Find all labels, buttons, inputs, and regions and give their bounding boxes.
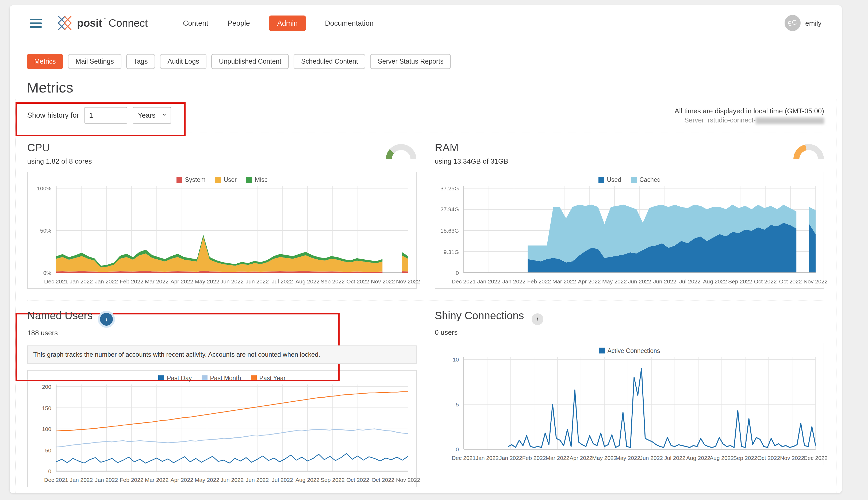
x-tick-label: Jul 2022 <box>664 454 685 461</box>
x-tick-label: May 2022 <box>195 278 219 284</box>
named-users-legend: Past DayPast MonthPast Year <box>31 375 413 381</box>
ram-subtitle: using 13.34GB of 31GB <box>435 157 509 165</box>
brand-text: posit™ Connect <box>77 17 148 29</box>
history-unit-wrap: Years ⌄ <box>133 107 171 124</box>
x-tick-label: Jun 2022 <box>221 278 243 284</box>
named-users-tooltip: This graph tracks the number of accounts… <box>27 345 416 364</box>
legend-item: Active Connections <box>599 347 660 354</box>
page-title: Metrics <box>27 80 825 96</box>
x-tick-label: Aug 2022 <box>703 278 727 284</box>
x-tick-label: Jun 2022 <box>221 476 243 483</box>
hamburger-menu-icon[interactable] <box>30 16 42 30</box>
x-tick-label: May 2022 <box>592 454 617 461</box>
y-tick-label: 200 <box>42 384 52 390</box>
info-icon[interactable]: i <box>532 313 544 325</box>
x-tick-label: May 2022 <box>195 476 219 483</box>
x-tick-label: Dec 2021 <box>44 476 68 483</box>
posit-lattice-icon <box>57 14 73 32</box>
nav-item-admin[interactable]: Admin <box>269 15 306 31</box>
ram-chart: UsedCached 09.31G18.63G27.94G37.25G Dec … <box>435 172 824 289</box>
tab-metrics[interactable]: Metrics <box>27 54 64 69</box>
x-tick-label: Oct 2022 <box>346 476 369 483</box>
legend-swatch-icon <box>215 177 221 183</box>
legend-swatch-icon <box>158 375 164 381</box>
posit-connect-logo[interactable]: posit™ Connect <box>57 14 148 32</box>
y-tick-label: 50% <box>40 227 52 234</box>
tab-tags[interactable]: Tags <box>126 54 155 69</box>
server-line: Server: rstudio-connect- <box>675 116 824 124</box>
user-menu[interactable]: EC emily <box>784 15 821 31</box>
x-tick-label: Nov 2022 <box>396 476 420 483</box>
y-tick-label: 0 <box>456 270 459 276</box>
x-tick-label: Apr 2022 <box>170 278 193 284</box>
x-tick-label: Jun 2022 <box>640 454 663 461</box>
tab-unpublished-content[interactable]: Unpublished Content <box>212 54 289 69</box>
legend-item: System <box>176 177 206 183</box>
named-users-panel: Named Usersi 188 users This graph tracks… <box>27 310 416 493</box>
history-controls: Show history for Years ⌄ <box>27 107 171 124</box>
history-unit-select[interactable]: Years <box>133 107 171 124</box>
x-tick-label: Sep 2022 <box>728 278 752 284</box>
tab-scheduled-content[interactable]: Scheduled Content <box>294 54 366 69</box>
nav-item-documentation[interactable]: Documentation <box>325 19 374 27</box>
shiny-connections-title: Shiny Connections <box>435 310 524 322</box>
y-tick-label: 10 <box>453 356 459 362</box>
shiny-plot <box>463 356 816 450</box>
app-root: posit™ Connect Content People Admin Docu… <box>0 0 868 500</box>
info-icon[interactable]: i <box>100 313 113 326</box>
x-tick-label: Sep 2022 <box>733 454 757 461</box>
history-controls-row: Show history for Years ⌄ All times are d… <box>27 100 824 133</box>
x-tick-label: Jan 2022 <box>499 454 522 461</box>
x-tick-label: Jun 2022 <box>628 278 651 284</box>
named-users-subtitle: 188 users <box>27 329 113 337</box>
tab-mail-settings[interactable]: Mail Settings <box>68 54 122 69</box>
x-tick-label: Jun 2022 <box>653 278 676 284</box>
tab-audit-logs[interactable]: Audit Logs <box>160 54 207 69</box>
avatar: EC <box>784 15 800 31</box>
cpu-title: CPU <box>27 142 50 154</box>
metrics-section: Show history for Years ⌄ All times are d… <box>15 100 836 493</box>
panel-row-2: Named Usersi 188 users This graph tracks… <box>27 301 824 493</box>
x-tick-label: Mar 2022 <box>145 278 169 284</box>
x-tick-label: Feb 2022 <box>120 278 144 284</box>
x-tick-label: Oct 2022 <box>757 454 780 461</box>
history-value-input[interactable] <box>84 107 127 124</box>
y-tick-label: 37.25G <box>441 185 459 191</box>
y-tick-label: 100% <box>37 185 52 191</box>
username: emily <box>805 19 821 27</box>
cpu-chart: SystemUserMisc 0%50%100% Dec 2021Jan 202… <box>27 172 416 289</box>
legend-swatch-icon <box>176 177 182 183</box>
panel-row-1: CPU using 1.82 of 8 cores SystemUserMisc… <box>27 133 824 301</box>
x-tick-label: Mar 2022 <box>552 278 576 284</box>
nav-item-people[interactable]: People <box>228 19 250 27</box>
server-name-redacted <box>756 117 824 124</box>
x-tick-label: Jan 2022 <box>476 454 499 461</box>
y-tick-label: 0% <box>43 270 52 276</box>
main-nav: Content People Admin Documentation <box>183 15 374 31</box>
x-tick-label: Oct 2022 <box>346 278 369 284</box>
cpu-x-axis: Dec 2021Jan 2022Jan 2022Feb 2022Mar 2022… <box>56 277 413 286</box>
shiny-x-axis: Dec 2021Jan 2022Jan 2022Feb 2022Mar 2022… <box>463 453 820 462</box>
legend-swatch-icon <box>201 375 207 381</box>
tab-server-status-reports[interactable]: Server Status Reports <box>370 54 451 69</box>
nav-item-content[interactable]: Content <box>183 19 208 27</box>
named-users-x-axis: Dec 2021Jan 2022Jan 2022Feb 2022Mar 2022… <box>56 475 413 485</box>
x-tick-label: Aug 2022 <box>296 278 320 284</box>
x-tick-label: Oct 2022 <box>754 278 777 284</box>
x-tick-label: Feb 2022 <box>522 454 546 461</box>
x-tick-label: Oct 2022 <box>779 278 802 284</box>
x-tick-label: Nov 2022 <box>803 278 827 284</box>
x-tick-label: Nov 2022 <box>371 278 395 284</box>
y-tick-label: 0 <box>456 446 459 452</box>
ram-panel: RAM using 13.34GB of 31GB UsedCached 09.… <box>435 142 824 300</box>
x-tick-label: Aug 2022 <box>686 454 710 461</box>
shiny-connections-chart: Active Connections 0510 Dec 2021Jan 2022… <box>435 342 824 465</box>
x-tick-label: Apr 2022 <box>170 476 193 483</box>
x-tick-label: Dec 2021 <box>452 278 476 284</box>
x-tick-label: Jun 2022 <box>246 278 269 284</box>
shiny-legend: Active Connections <box>438 347 820 354</box>
x-tick-label: Jul 2022 <box>272 476 293 483</box>
y-tick-label: 18.63G <box>441 227 459 234</box>
x-tick-label: Jul 2022 <box>272 278 293 284</box>
legend-swatch-icon <box>251 375 257 381</box>
